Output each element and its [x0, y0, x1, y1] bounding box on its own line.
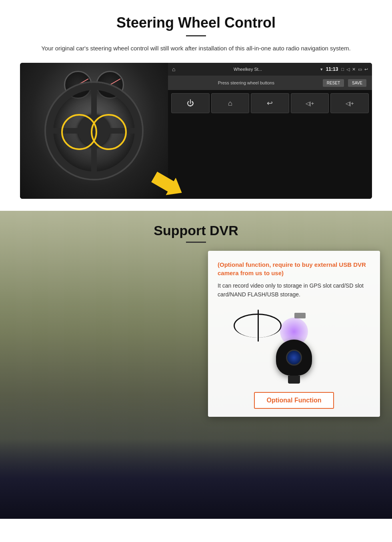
screen-toolbar: Press steering wheel buttons RESET SAVE: [168, 76, 372, 90]
dvr-content: Support DVR (Optional function, require …: [0, 211, 392, 243]
camera-lens: [286, 350, 302, 366]
dvr-info-card: (Optional function, require to buy exter…: [208, 251, 380, 417]
screen-btn-power[interactable]: ⏻: [171, 93, 210, 113]
home-icon: ⌂: [172, 66, 175, 72]
screen-btn-back[interactable]: ↩: [251, 93, 289, 113]
swc-title: Steering Wheel Control: [20, 14, 372, 31]
dvr-camera-image: [218, 306, 370, 386]
swc-description: Your original car's steering wheel contr…: [32, 44, 360, 53]
status-time: 11:13: [326, 66, 338, 72]
screen-btn-home[interactable]: ⌂: [211, 93, 250, 113]
dvr-optional-text: (Optional function, require to buy exter…: [218, 260, 370, 277]
screen-button-grid: ⏻ ⌂ ↩ ◁|+ ◁|+: [168, 90, 372, 116]
title-divider: [186, 35, 206, 36]
swc-composite-image: ⌂ Wheelkey St... ▾ 11:13 □ ◁ ✕ ▭ ↩ Press…: [20, 63, 372, 199]
volume-icon: ◁: [346, 67, 350, 72]
status-icons: □ ◁ ✕ ▭ ↩: [341, 67, 368, 72]
wifi-icon: ▾: [320, 67, 323, 72]
screen-btn-vol-up2[interactable]: ◁|+: [330, 93, 369, 113]
screen-statusbar: ⌂ Wheelkey St... ▾ 11:13 □ ◁ ✕ ▭ ↩: [168, 63, 372, 76]
screen-btn-vol-up[interactable]: ◁|+: [291, 93, 329, 113]
dvr-title-divider: [186, 242, 206, 243]
dvr-title: Support DVR: [0, 223, 392, 238]
optional-function-button[interactable]: Optional Function: [254, 392, 334, 409]
car-dashboard: [0, 439, 392, 519]
steering-wheel: [46, 83, 142, 179]
android-screen: ⌂ Wheelkey St... ▾ 11:13 □ ◁ ✕ ▭ ↩ Press…: [168, 63, 372, 199]
sw-highlight-right: [91, 114, 127, 150]
camera-icon: □: [341, 67, 344, 72]
camera-body: [276, 340, 312, 376]
app-name: Wheelkey St...: [178, 67, 317, 72]
reset-button[interactable]: RESET: [323, 79, 344, 87]
close-icon: ✕: [352, 67, 356, 72]
camera-mount: [288, 376, 300, 384]
steering-wheel-section: Steering Wheel Control Your original car…: [0, 0, 392, 211]
steering-wheel-photo: [20, 63, 168, 199]
cable-line: [258, 310, 259, 342]
save-button[interactable]: SAVE: [348, 79, 366, 87]
toolbar-label: Press steering wheel buttons: [174, 80, 319, 85]
screen-icon: ▭: [358, 67, 362, 72]
back-icon: ↩: [364, 67, 368, 72]
dvr-section: Support DVR (Optional function, require …: [0, 211, 392, 519]
dvr-description: It can record video only to storage in G…: [218, 281, 370, 299]
